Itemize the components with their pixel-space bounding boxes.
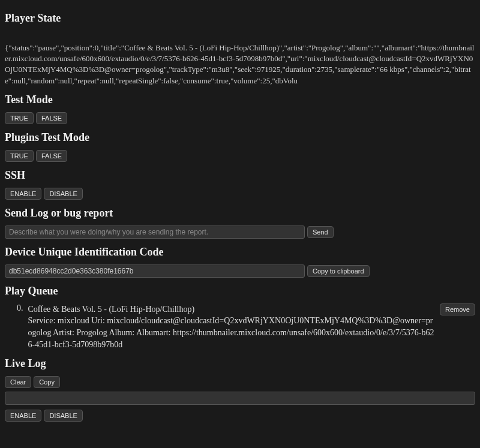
queue-item-index: 0. [17, 303, 23, 313]
queue-item-title: Coffee & Beats Vol. 5 - (LoFi Hip-Hop/Ch… [28, 303, 436, 315]
test-mode-heading: Test Mode [5, 94, 475, 106]
live-log-enable-button[interactable]: ENABLE [5, 410, 41, 422]
plugins-test-mode-heading: Plugins Test Mode [5, 131, 475, 144]
player-state-content: {"status":"pause","position":0,"title":"… [5, 43, 475, 86]
ssh-enable-button[interactable]: ENABLE [5, 188, 41, 200]
queue-item-remove-button[interactable]: Remove [440, 303, 475, 315]
send-log-heading: Send Log or bug report [5, 207, 475, 220]
device-id-input[interactable] [5, 264, 305, 278]
play-queue-heading: Play Queue [5, 285, 475, 297]
queue-item: 0. Coffee & Beats Vol. 5 - (LoFi Hip-Hop… [17, 303, 475, 350]
live-log-copy-button[interactable]: Copy [34, 376, 60, 388]
send-log-button[interactable]: Send [307, 226, 334, 238]
copy-device-id-button[interactable]: Copy to clipboard [307, 265, 370, 277]
test-mode-true-button[interactable]: TRUE [5, 112, 34, 124]
live-log-disable-button[interactable]: DISABLE [44, 410, 82, 422]
send-log-input[interactable] [5, 225, 305, 239]
player-state-heading: Player State [5, 12, 475, 25]
test-mode-false-button[interactable]: FALSE [36, 112, 67, 124]
device-id-heading: Device Unique Identification Code [5, 246, 475, 258]
ssh-disable-button[interactable]: DISABLE [44, 188, 82, 200]
queue-item-details: Service: mixcloud Uri: mixcloud/cloudcas… [28, 315, 436, 350]
live-log-box [5, 392, 475, 405]
live-log-clear-button[interactable]: Clear [5, 376, 31, 388]
plugins-test-mode-true-button[interactable]: TRUE [5, 150, 34, 162]
ssh-heading: SSH [5, 169, 475, 182]
plugins-test-mode-false-button[interactable]: FALSE [36, 150, 67, 162]
live-log-heading: Live Log [5, 357, 475, 370]
